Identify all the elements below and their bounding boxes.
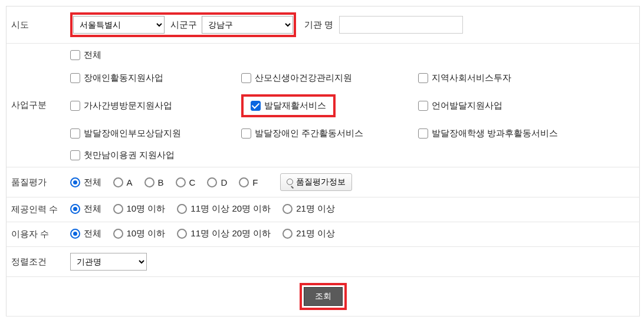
cb-label: 전체 (84, 50, 101, 61)
checkbox[interactable] (241, 128, 251, 139)
label-sort: 정렬조건 (6, 247, 65, 277)
checkbox[interactable] (418, 101, 428, 111)
quality-info-button[interactable]: 품질평가정보 (280, 173, 352, 191)
checkbox[interactable] (418, 128, 428, 139)
submit-highlight: 조회 (300, 283, 347, 310)
radio[interactable] (70, 204, 80, 214)
rd-label: 10명 이하 (127, 228, 166, 239)
business-content: 전체 장애인활동지원사업 산모신생아건강관리지원 지역사회서비스투자 (65, 44, 640, 167)
rd-label: A (127, 177, 133, 187)
checkbox[interactable] (70, 150, 80, 160)
rd-label: 전체 (84, 228, 101, 239)
quality-radio-c[interactable]: C (176, 177, 196, 187)
rd-label: 21명 이상 (296, 228, 335, 239)
sigungu-select[interactable]: 강남구 (202, 16, 293, 34)
cb-item[interactable]: 지역사회서비스투자 (418, 72, 601, 84)
cb-item[interactable]: 장애인활동지원사업 (70, 72, 241, 84)
users-content: 전체 10명 이하 11명 이상 20명 이하 21명 이상 (65, 222, 640, 247)
radio[interactable] (70, 229, 80, 239)
rd-label: 21명 이상 (296, 203, 335, 215)
cb-item-rehab[interactable]: 발달재활서비스 (251, 100, 326, 111)
cb-label: 첫만남이용권 지원사업 (84, 150, 175, 161)
rd-label: D (221, 177, 227, 187)
cb-label: 지역사회서비스투자 (432, 72, 511, 84)
rd-label: C (189, 177, 196, 187)
label-quality: 품질평가 (6, 167, 65, 197)
label-staff: 제공인력 수 (6, 197, 65, 222)
highlight-rehab: 발달재활서비스 (241, 94, 336, 117)
radio[interactable] (113, 177, 123, 187)
rd-label: 전체 (84, 177, 101, 188)
label-sido: 시도 (6, 6, 65, 44)
cb-all[interactable]: 전체 (70, 50, 101, 61)
cb-item[interactable]: 발달장애인부모상담지원 (70, 128, 241, 139)
staff-radio-11-20[interactable]: 11명 이상 20명 이하 (177, 203, 271, 215)
radio[interactable] (113, 204, 123, 214)
checkbox[interactable] (241, 73, 251, 83)
magnifier-icon (287, 179, 294, 186)
rd-label: 전체 (84, 203, 101, 215)
rd-label: 10명 이하 (127, 203, 166, 215)
quality-info-label: 품질평가정보 (296, 177, 346, 187)
cb-label: 장애인활동지원사업 (84, 72, 163, 84)
staff-content: 전체 10명 이하 11명 이상 20명 이하 21명 이상 (65, 197, 640, 222)
checkbox[interactable] (70, 128, 80, 139)
quality-content: 전체 A B C D F 품질평가정보 (65, 167, 640, 197)
cb-item[interactable]: 첫만남이용권 지원사업 (70, 150, 601, 161)
rd-label: 11명 이상 20명 이하 (190, 228, 271, 239)
quality-radio-all[interactable]: 전체 (70, 177, 101, 188)
radio[interactable] (239, 177, 249, 187)
radio[interactable] (177, 204, 187, 214)
users-radio-21[interactable]: 21명 이상 (282, 228, 335, 239)
staff-radio-21[interactable]: 21명 이상 (282, 203, 335, 215)
cb-item[interactable]: 발달장애인 주간활동서비스 (241, 128, 418, 139)
users-radio-10[interactable]: 10명 이하 (113, 228, 166, 239)
cb-label: 언어발달지원사업 (432, 100, 502, 111)
search-form-table: 시도 서울특별시 시군구 강남구 기관 명 사업구분 (6, 6, 640, 317)
cb-label: 발달재활서비스 (264, 100, 326, 111)
checkbox-all[interactable] (70, 50, 80, 60)
location-highlight: 서울특별시 시군구 강남구 (70, 12, 296, 37)
rd-label: F (252, 177, 258, 187)
users-radio-all[interactable]: 전체 (70, 228, 101, 239)
sido-select[interactable]: 서울특별시 (73, 16, 165, 34)
checkbox[interactable] (418, 73, 428, 83)
label-business: 사업구분 (6, 44, 65, 167)
search-button[interactable]: 조회 (304, 287, 343, 306)
cb-item[interactable]: 발달장애학생 방과후활동서비스 (418, 128, 601, 139)
checkbox[interactable] (70, 73, 80, 83)
quality-radio-a[interactable]: A (113, 177, 133, 187)
cb-label: 발달장애인 주간활동서비스 (255, 128, 363, 139)
cb-label: 산모신생아건강관리지원 (255, 72, 352, 84)
quality-radio-d[interactable]: D (207, 177, 227, 187)
radio[interactable] (177, 229, 187, 239)
institution-input[interactable] (339, 16, 463, 34)
radio[interactable] (176, 177, 186, 187)
radio[interactable] (207, 177, 217, 187)
checkbox[interactable] (70, 101, 80, 111)
radio[interactable] (282, 204, 293, 214)
staff-radio-all[interactable]: 전체 (70, 203, 101, 215)
users-radio-11-20[interactable]: 11명 이상 20명 이하 (177, 228, 271, 239)
sido-content: 서울특별시 시군구 강남구 기관 명 (65, 6, 640, 44)
rd-label: 11명 이상 20명 이하 (190, 203, 271, 215)
radio[interactable] (144, 177, 155, 187)
cb-label: 가사간병방문지원사업 (84, 100, 172, 111)
quality-radio-f[interactable]: F (239, 177, 258, 187)
cb-label: 발달장애인부모상담지원 (84, 128, 181, 139)
radio[interactable] (113, 229, 123, 239)
radio[interactable] (70, 177, 80, 187)
cb-item[interactable]: 가사간병방문지원사업 (70, 94, 241, 117)
sort-content: 기관명 (65, 247, 640, 277)
radio[interactable] (282, 229, 293, 239)
cb-label: 발달장애학생 방과후활동서비스 (432, 128, 558, 139)
cb-item[interactable]: 언어발달지원사업 (418, 94, 601, 117)
submit-row: 조회 (6, 277, 640, 317)
sort-select[interactable]: 기관명 (70, 253, 147, 271)
checkbox-rehab[interactable] (251, 101, 261, 111)
label-institution: 기관 명 (304, 19, 333, 29)
cb-item[interactable]: 산모신생아건강관리지원 (241, 72, 418, 84)
staff-radio-10[interactable]: 10명 이하 (113, 203, 166, 215)
quality-radio-b[interactable]: B (144, 177, 164, 187)
label-sigungu: 시군구 (170, 19, 197, 31)
